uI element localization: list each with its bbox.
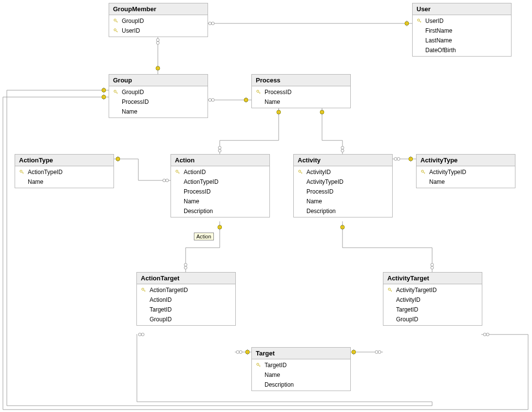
column-name: Name [429, 178, 445, 185]
column-row[interactable]: Name [109, 107, 208, 117]
svg-point-18 [341, 146, 344, 149]
column-name: Description [265, 381, 294, 388]
entity-title: Target [252, 348, 350, 359]
key-icon [141, 288, 146, 293]
key-icon [256, 363, 261, 368]
svg-point-55 [114, 29, 116, 31]
column-row[interactable]: GroupID [109, 87, 208, 97]
entity-activity[interactable]: ActivityActivityIDActivityTypeIDProcessI… [293, 154, 393, 217]
column-name: Name [122, 108, 137, 115]
column-row[interactable]: Name [171, 196, 269, 206]
column-row[interactable]: ProcessID [252, 87, 350, 97]
column-row[interactable]: GroupID [109, 16, 208, 26]
column-row[interactable]: UserID [413, 16, 511, 26]
column-row[interactable]: UserID [109, 26, 208, 36]
column-row[interactable]: DateOfBirth [413, 45, 511, 55]
column-row[interactable]: GroupID [137, 314, 235, 324]
column-row[interactable]: GroupID [383, 314, 482, 324]
svg-line-54 [117, 21, 117, 22]
key-icon [19, 170, 24, 175]
column-row[interactable]: Name [294, 196, 392, 206]
column-name: GroupID [396, 316, 418, 323]
column-name: ActivityTypeID [306, 178, 343, 185]
svg-point-44 [102, 88, 106, 92]
column-row[interactable]: TargetID [383, 305, 482, 314]
column-row[interactable]: Name [15, 177, 114, 187]
svg-point-38 [246, 350, 249, 354]
column-name: ActionID [184, 169, 206, 176]
svg-point-8 [209, 98, 211, 101]
key-icon [114, 90, 118, 95]
column-row[interactable]: ActivityID [383, 295, 482, 305]
column-name: ProcessID [184, 188, 210, 195]
svg-point-14 [218, 146, 221, 149]
svg-point-20 [116, 157, 120, 161]
entity-actiontype[interactable]: ActionTypeActionTypeIDName [15, 154, 114, 188]
column-row[interactable]: Description [252, 380, 350, 390]
svg-point-50 [483, 333, 486, 336]
svg-point-73 [299, 170, 301, 172]
svg-line-78 [424, 173, 425, 173]
svg-point-4 [156, 39, 159, 41]
svg-point-48 [102, 95, 106, 99]
column-row[interactable]: ActionID [137, 295, 235, 305]
column-row[interactable]: FirstName [413, 26, 511, 36]
column-row[interactable]: ActionTargetID [137, 285, 235, 295]
key-icon [298, 170, 303, 175]
entity-groupmember[interactable]: GroupMemberGroupIDUserID [109, 3, 208, 37]
svg-point-36 [236, 351, 239, 353]
svg-point-34 [431, 263, 434, 266]
column-row[interactable]: ProcessID [171, 187, 269, 196]
column-name: UserID [122, 27, 140, 34]
column-row[interactable]: ActivityTargetID [383, 285, 482, 295]
column-row[interactable]: ActionID [171, 167, 269, 177]
entity-activitytarget[interactable]: ActivityTargetActivityTargetIDActivityID… [383, 272, 482, 326]
column-row[interactable]: TargetID [137, 305, 235, 314]
svg-point-70 [176, 170, 178, 172]
entity-action[interactable]: ActionActionIDActionTypeIDProcessIDNameD… [171, 154, 270, 217]
column-row[interactable]: ProcessID [109, 97, 208, 107]
entity-process[interactable]: ProcessProcessIDName [251, 74, 351, 108]
column-row[interactable]: ActivityTypeID [294, 177, 392, 187]
column-row[interactable]: ActionTypeID [171, 177, 269, 187]
entity-user[interactable]: UserUserIDFirstNameLastNameDateOfBirth [412, 3, 512, 57]
column-row[interactable]: ProcessID [294, 187, 392, 196]
svg-point-51 [486, 333, 489, 336]
column-row[interactable]: Name [252, 370, 350, 380]
diagram-canvas: Action GroupMemberGroupIDUserIDUserUserI… [0, 0, 532, 412]
column-name: ActionTargetID [150, 287, 188, 294]
column-name: Name [184, 198, 199, 205]
key-icon [175, 170, 180, 175]
svg-point-30 [184, 263, 187, 266]
column-name: GroupID [122, 89, 144, 96]
svg-line-75 [302, 173, 302, 173]
column-row[interactable]: LastName [413, 36, 511, 45]
column-name: LastName [425, 37, 452, 44]
column-name: ActionID [150, 296, 171, 303]
column-row[interactable]: ActionTypeID [15, 167, 114, 177]
column-row[interactable]: Name [252, 97, 350, 107]
column-row[interactable]: Description [171, 206, 269, 216]
svg-point-31 [184, 266, 187, 269]
entity-activitytype[interactable]: ActivityTypeActivityTypeIDName [416, 154, 515, 188]
entity-group[interactable]: GroupGroupIDProcessIDName [109, 74, 208, 118]
column-name: ActivityTargetID [396, 287, 437, 294]
column-name: ActionTypeID [28, 169, 62, 176]
key-icon [417, 19, 422, 23]
connector-action-actiontarget [186, 221, 220, 272]
column-row[interactable]: ActivityTypeID [417, 167, 515, 177]
entity-target[interactable]: TargetTargetIDNameDescription [251, 347, 351, 391]
column-name: Description [306, 208, 336, 215]
entity-actiontarget[interactable]: ActionTargetActionTargetIDActionIDTarget… [136, 272, 236, 326]
svg-point-41 [378, 351, 381, 353]
column-row[interactable]: ActivityID [294, 167, 392, 177]
column-name: ActivityID [306, 169, 331, 176]
column-row[interactable]: Name [417, 177, 515, 187]
svg-line-84 [391, 291, 392, 291]
column-name: ProcessID [306, 188, 333, 195]
entity-title: GroupMember [109, 3, 208, 15]
entity-title: Group [109, 75, 208, 86]
column-name: TargetID [265, 362, 286, 369]
column-row[interactable]: TargetID [252, 360, 350, 370]
column-row[interactable]: Description [294, 206, 392, 216]
